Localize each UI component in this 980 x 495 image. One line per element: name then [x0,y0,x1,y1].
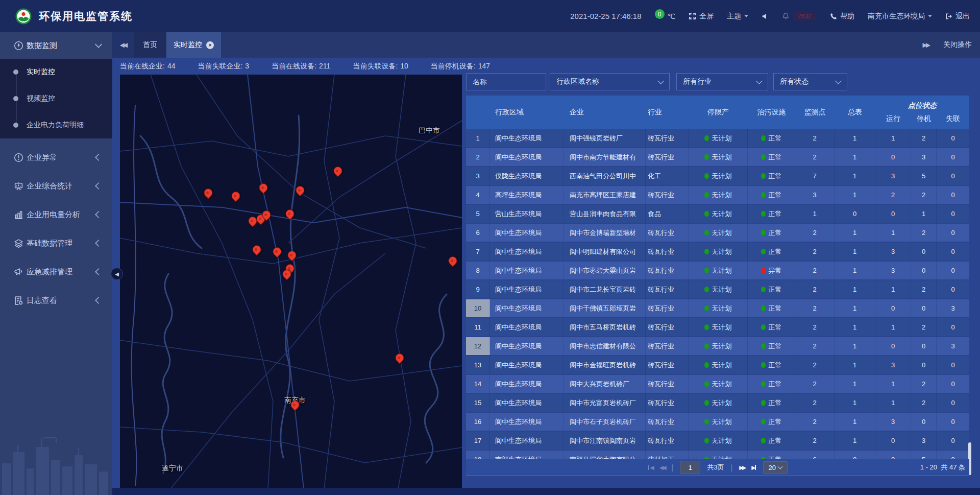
row-stop-limit: 无计划 [689,451,748,459]
sidebar-item-emergency-reduction[interactable]: 应急减排管理 [0,257,112,286]
map-pin-icon[interactable] [249,217,257,225]
last-page-button[interactable]: ▶ [751,464,756,471]
map-pin-icon[interactable] [204,188,213,197]
row-region: 阆中生态环境局 [490,280,564,298]
industry-select[interactable]: 所有行业 [676,73,768,90]
row-lost: 0 [937,280,969,298]
app-logo-icon [15,8,32,25]
status-dot-green [704,154,709,160]
tab-scroll-right-button[interactable]: ▶▶ [923,41,929,49]
sidebar-item-base-data[interactable]: 基础数据管理 [0,229,112,257]
mute-button[interactable] [762,13,769,20]
close-operations-button[interactable]: 关闭操作 [943,40,972,50]
map-pin-icon[interactable] [396,353,404,362]
row-total-meter: 0 [835,451,875,459]
sidebar-collapse-button[interactable]: ◀ [111,268,123,280]
status-dot-green [704,230,709,235]
sidebar-item-realtime-monitor[interactable]: 实时监控 [0,59,112,85]
temperature: 0 ℃ [655,12,676,20]
status-select[interactable]: 所有状态 [773,73,847,90]
row-stopped: 5 [911,451,937,459]
row-lost: 0 [937,375,969,393]
notifications[interactable]: 2632 [782,12,817,20]
bell-icon [782,12,790,20]
table-row[interactable]: 2 阆中生态环境局 阆中市南方节能建材有 砖瓦行业 无计划 正常 2 1 0 [466,148,969,166]
table-row[interactable]: 13 阆中生态环境局 阆中市金福旺页岩机砖 砖瓦行业 无计划 正常 2 1 3 [466,356,969,374]
row-lost: 0 [937,205,969,223]
page-size-select[interactable]: 20 [763,461,788,474]
page-number-input[interactable] [680,461,700,474]
table-row[interactable]: 11 阆中生态环境局 阆中市五马桥页岩机砖 砖瓦行业 无计划 正常 2 1 1 [466,318,969,336]
col-industry: 行业 [646,96,689,129]
map-pin-icon[interactable] [283,270,291,278]
bottom-strip [112,488,980,495]
sidebar-item-power-load-detail[interactable]: 企业电力负荷明细 [0,112,112,138]
sidebar-item-enterprise-statistics[interactable]: 企业综合统计 [0,172,112,200]
table-row[interactable]: 9 阆中生态环境局 阆中市二龙长宝页岩砖 砖瓦行业 无计划 正常 2 1 1 [466,280,969,298]
tab-close-icon[interactable]: × [206,41,214,49]
map-pin-icon[interactable] [273,247,282,256]
map-panel[interactable]: 巴中市 南充市 遂宁市 [120,75,462,488]
first-page-button[interactable]: ◀ [648,464,652,471]
table-row[interactable]: 4 高坪生态环境局 南充市高坪区王家店建 砖瓦行业 无计划 正常 3 1 2 [466,186,969,204]
table-row[interactable]: 12 阆中生态环境局 阆中市忠信建材有限公 砖瓦行业 无计划 正常 2 1 0 [466,337,969,355]
table-row[interactable]: 1 阆中生态环境局 阆中强锐页岩砖厂 砖瓦行业 无计划 正常 2 1 1 [466,129,969,147]
map-pin-icon[interactable] [259,183,268,192]
map-pin-icon[interactable] [449,256,457,265]
sidebar-group-data-monitoring[interactable]: 数据监测 [0,32,112,59]
row-pollution-facility: 正常 [748,413,795,431]
table-row[interactable]: 8 阆中生态环境局 阆中市枣碧大梁山页岩 砖瓦行业 无计划 异常 2 1 3 [466,262,969,279]
sidebar-item-enterprise-abnormal[interactable]: 企业异常 [0,143,112,172]
map-pin-icon[interactable] [232,192,240,200]
name-filter-input[interactable] [466,73,546,90]
region-select[interactable]: 行政区域名称 [550,73,670,90]
name-input[interactable] [467,78,546,86]
table-row[interactable]: 16 阆中生态环境局 阆中市石子页岩机砖厂 砖瓦行业 无计划 正常 2 1 3 [466,413,969,431]
user-org-menu[interactable]: 南充市生态环境局 [868,12,932,21]
table-row[interactable]: 7 阆中生态环境局 阆中明阳建材有限公司 砖瓦行业 无计划 正常 2 1 3 [466,243,969,261]
map-pin-icon[interactable] [262,210,271,219]
table-row[interactable]: 18 南部生态环境局 南部县瑞华土陶有限公 建材加工 无计划 正常 6 0 0 [466,451,969,459]
sidebar-item-power-analysis[interactable]: 企业用电量分析 [0,200,112,229]
row-industry: 化工 [646,167,689,185]
fullscreen-button[interactable]: 全屏 [689,12,714,21]
logout-button[interactable]: 退出 [945,12,970,21]
row-stopped: 0 [911,262,937,279]
table-row[interactable]: 3 仪陇生态环境局 西南油气田分公司川中 化工 无计划 正常 7 1 3 [466,167,969,185]
table-row[interactable]: 14 阆中生态环境局 阆中大兴页岩机砖厂 砖瓦行业 无计划 正常 2 1 1 [466,375,969,393]
table-row[interactable]: 5 营山生态环境局 营山县润丰肉食品有限 食品 无计划 正常 1 0 0 [466,205,969,223]
double-chevron-left-icon: ◀◀ [120,41,126,49]
enterprise-panel: 行政区域名称 所有行业 所有状态 行政区域 企业 行业 停限产 治污设施 监测点… [466,73,969,461]
map-pin-icon[interactable] [286,209,295,218]
map-pin-icon[interactable] [334,167,342,175]
sidebar-item-log-view[interactable]: 日志查看 [0,286,112,315]
row-region: 阆中生态环境局 [490,129,564,147]
row-stop-limit: 无计划 [689,299,748,317]
tab-home[interactable]: 首页 [134,32,166,58]
phone-icon [830,13,837,20]
next-page-button[interactable]: ▶▶ [739,464,745,471]
map-pin-icon[interactable] [253,245,261,254]
tab-scroll-left-button[interactable]: ◀◀ [112,32,134,58]
alert-circle-icon [13,152,23,162]
table-row[interactable]: 15 阆中生态环境局 阆中市光富页岩机砖厂 砖瓦行业 无计划 正常 2 1 1 [466,394,969,412]
sidebar-item-video-monitor[interactable]: 视频监控 [0,85,112,112]
map-pin-icon[interactable] [291,400,300,409]
theme-menu[interactable]: 主题 [727,12,748,21]
map-pin-icon[interactable] [288,251,297,260]
map-pin-icon[interactable] [296,186,305,195]
chevron-left-icon [95,182,102,190]
row-total-meter: 1 [835,262,875,279]
row-stopped: 5 [911,167,937,185]
row-industry: 砖瓦行业 [646,394,689,412]
facility-status-dot [761,438,766,443]
row-region: 阆中生态环境局 [490,375,564,393]
table-row[interactable]: 17 阆中生态环境局 阆中市江南镇阆南页岩 砖瓦行业 无计划 正常 2 1 0 [466,432,969,450]
prev-page-button[interactable]: ◀◀ [659,464,665,471]
help-button[interactable]: 帮助 [830,12,854,21]
col-running: 运行 [875,114,911,124]
table-row[interactable]: 10 阆中生态环境局 阆中千佛镇五郎垭页岩 砖瓦行业 无计划 正常 2 1 0 [466,299,969,317]
table-row[interactable]: 6 阆中生态环境局 阆中市金博瑞新型墙材 砖瓦行业 无计划 正常 2 1 1 [466,224,969,242]
tab-realtime-monitor[interactable]: 实时监控 × [166,32,221,58]
row-stopped: 2 [911,186,937,204]
